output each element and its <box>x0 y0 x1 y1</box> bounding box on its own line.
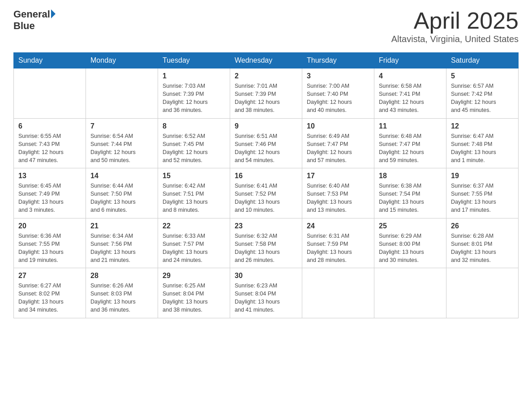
day-number: 21 <box>90 222 153 230</box>
day-info: Sunrise: 6:41 AM Sunset: 7:52 PM Dayligh… <box>235 182 297 214</box>
day-info: Sunrise: 6:55 AM Sunset: 7:43 PM Dayligh… <box>18 132 81 165</box>
day-info: Sunrise: 6:31 AM Sunset: 7:59 PM Dayligh… <box>307 232 369 265</box>
day-info: Sunrise: 6:38 AM Sunset: 7:54 PM Dayligh… <box>379 182 442 214</box>
calendar-week-row: 13Sunrise: 6:45 AM Sunset: 7:49 PM Dayli… <box>14 168 519 218</box>
table-row: 11Sunrise: 6:48 AM Sunset: 7:47 PM Dayli… <box>374 118 446 168</box>
day-number: 30 <box>235 272 297 280</box>
table-row <box>14 68 86 119</box>
day-info: Sunrise: 6:32 AM Sunset: 7:58 PM Dayligh… <box>235 232 297 265</box>
day-info: Sunrise: 6:47 AM Sunset: 7:48 PM Dayligh… <box>451 132 514 165</box>
col-wednesday: Wednesday <box>230 53 302 68</box>
day-number: 9 <box>235 122 297 130</box>
day-info: Sunrise: 6:57 AM Sunset: 7:42 PM Dayligh… <box>451 82 514 115</box>
day-info: Sunrise: 6:25 AM Sunset: 8:04 PM Dayligh… <box>163 282 225 314</box>
calendar-week-row: 20Sunrise: 6:36 AM Sunset: 7:55 PM Dayli… <box>14 218 519 268</box>
day-info: Sunrise: 6:49 AM Sunset: 7:47 PM Dayligh… <box>307 132 369 165</box>
day-number: 27 <box>18 272 81 280</box>
day-info: Sunrise: 6:52 AM Sunset: 7:45 PM Dayligh… <box>163 132 225 165</box>
day-info: Sunrise: 6:29 AM Sunset: 8:00 PM Dayligh… <box>379 232 442 265</box>
day-number: 4 <box>379 72 442 80</box>
table-row <box>374 268 446 318</box>
table-row: 23Sunrise: 6:32 AM Sunset: 7:58 PM Dayli… <box>230 218 302 268</box>
day-info: Sunrise: 6:27 AM Sunset: 8:02 PM Dayligh… <box>18 282 81 314</box>
table-row: 29Sunrise: 6:25 AM Sunset: 8:04 PM Dayli… <box>158 268 230 318</box>
day-info: Sunrise: 6:26 AM Sunset: 8:03 PM Dayligh… <box>90 282 153 314</box>
day-number: 3 <box>307 72 369 80</box>
table-row: 22Sunrise: 6:33 AM Sunset: 7:57 PM Dayli… <box>158 218 230 268</box>
day-info: Sunrise: 6:58 AM Sunset: 7:41 PM Dayligh… <box>379 82 442 115</box>
day-info: Sunrise: 6:33 AM Sunset: 7:57 PM Dayligh… <box>163 232 225 265</box>
day-info: Sunrise: 6:48 AM Sunset: 7:47 PM Dayligh… <box>379 132 442 165</box>
day-number: 7 <box>90 122 153 130</box>
table-row <box>302 268 374 318</box>
day-info: Sunrise: 6:40 AM Sunset: 7:53 PM Dayligh… <box>307 182 369 214</box>
col-saturday: Saturday <box>446 53 519 68</box>
title-block: April 2025 Altavista, Virginia, United S… <box>391 9 519 44</box>
day-number: 25 <box>379 222 442 230</box>
day-number: 29 <box>163 272 225 280</box>
table-row: 20Sunrise: 6:36 AM Sunset: 7:55 PM Dayli… <box>14 218 86 268</box>
table-row: 21Sunrise: 6:34 AM Sunset: 7:56 PM Dayli… <box>86 218 158 268</box>
day-info: Sunrise: 7:01 AM Sunset: 7:39 PM Dayligh… <box>235 82 297 115</box>
day-info: Sunrise: 6:34 AM Sunset: 7:56 PM Dayligh… <box>90 232 153 265</box>
day-info: Sunrise: 6:54 AM Sunset: 7:44 PM Dayligh… <box>90 132 153 165</box>
day-number: 15 <box>163 172 225 180</box>
day-number: 8 <box>163 122 225 130</box>
col-friday: Friday <box>374 53 446 68</box>
col-sunday: Sunday <box>14 53 86 68</box>
logo-general: General <box>13 9 50 20</box>
table-row: 25Sunrise: 6:29 AM Sunset: 8:00 PM Dayli… <box>374 218 446 268</box>
table-row <box>86 68 158 119</box>
table-row: 15Sunrise: 6:42 AM Sunset: 7:51 PM Dayli… <box>158 168 230 218</box>
logo: General Blue <box>13 9 56 31</box>
day-number: 28 <box>90 272 153 280</box>
day-info: Sunrise: 6:23 AM Sunset: 8:04 PM Dayligh… <box>235 282 297 314</box>
table-row: 3Sunrise: 7:00 AM Sunset: 7:40 PM Daylig… <box>302 68 374 119</box>
table-row: 19Sunrise: 6:37 AM Sunset: 7:55 PM Dayli… <box>446 168 519 218</box>
table-row: 6Sunrise: 6:55 AM Sunset: 7:43 PM Daylig… <box>14 118 86 168</box>
day-number: 2 <box>235 72 297 80</box>
table-row: 7Sunrise: 6:54 AM Sunset: 7:44 PM Daylig… <box>86 118 158 168</box>
table-row: 2Sunrise: 7:01 AM Sunset: 7:39 PM Daylig… <box>230 68 302 119</box>
day-number: 18 <box>379 172 442 180</box>
month-title: April 2025 <box>391 9 519 32</box>
calendar-table: Sunday Monday Tuesday Wednesday Thursday… <box>13 52 519 318</box>
logo-blue: Blue <box>13 21 35 31</box>
day-number: 19 <box>451 172 514 180</box>
day-info: Sunrise: 7:03 AM Sunset: 7:39 PM Dayligh… <box>163 82 225 115</box>
col-thursday: Thursday <box>302 53 374 68</box>
table-row: 13Sunrise: 6:45 AM Sunset: 7:49 PM Dayli… <box>14 168 86 218</box>
table-row: 18Sunrise: 6:38 AM Sunset: 7:54 PM Dayli… <box>374 168 446 218</box>
col-tuesday: Tuesday <box>158 53 230 68</box>
page-header: General Blue April 2025 Altavista, Virgi… <box>13 9 519 44</box>
table-row: 14Sunrise: 6:44 AM Sunset: 7:50 PM Dayli… <box>86 168 158 218</box>
logo-arrow-icon <box>51 9 56 18</box>
table-row: 9Sunrise: 6:51 AM Sunset: 7:46 PM Daylig… <box>230 118 302 168</box>
table-row <box>446 268 519 318</box>
table-row: 26Sunrise: 6:28 AM Sunset: 8:01 PM Dayli… <box>446 218 519 268</box>
col-monday: Monday <box>86 53 158 68</box>
day-number: 11 <box>379 122 442 130</box>
table-row: 1Sunrise: 7:03 AM Sunset: 7:39 PM Daylig… <box>158 68 230 119</box>
table-row: 17Sunrise: 6:40 AM Sunset: 7:53 PM Dayli… <box>302 168 374 218</box>
day-number: 22 <box>163 222 225 230</box>
day-number: 17 <box>307 172 369 180</box>
day-number: 16 <box>235 172 297 180</box>
day-info: Sunrise: 6:45 AM Sunset: 7:49 PM Dayligh… <box>18 182 81 214</box>
day-number: 6 <box>18 122 81 130</box>
table-row: 12Sunrise: 6:47 AM Sunset: 7:48 PM Dayli… <box>446 118 519 168</box>
location: Altavista, Virginia, United States <box>391 34 519 44</box>
table-row: 27Sunrise: 6:27 AM Sunset: 8:02 PM Dayli… <box>14 268 86 318</box>
table-row: 28Sunrise: 6:26 AM Sunset: 8:03 PM Dayli… <box>86 268 158 318</box>
day-number: 26 <box>451 222 514 230</box>
table-row: 30Sunrise: 6:23 AM Sunset: 8:04 PM Dayli… <box>230 268 302 318</box>
calendar-header-row: Sunday Monday Tuesday Wednesday Thursday… <box>14 53 519 68</box>
table-row: 5Sunrise: 6:57 AM Sunset: 7:42 PM Daylig… <box>446 68 519 119</box>
day-number: 24 <box>307 222 369 230</box>
table-row: 16Sunrise: 6:41 AM Sunset: 7:52 PM Dayli… <box>230 168 302 218</box>
day-number: 5 <box>451 72 514 80</box>
day-info: Sunrise: 6:42 AM Sunset: 7:51 PM Dayligh… <box>163 182 225 214</box>
day-info: Sunrise: 6:36 AM Sunset: 7:55 PM Dayligh… <box>18 232 81 265</box>
day-number: 1 <box>163 72 225 80</box>
table-row: 4Sunrise: 6:58 AM Sunset: 7:41 PM Daylig… <box>374 68 446 119</box>
